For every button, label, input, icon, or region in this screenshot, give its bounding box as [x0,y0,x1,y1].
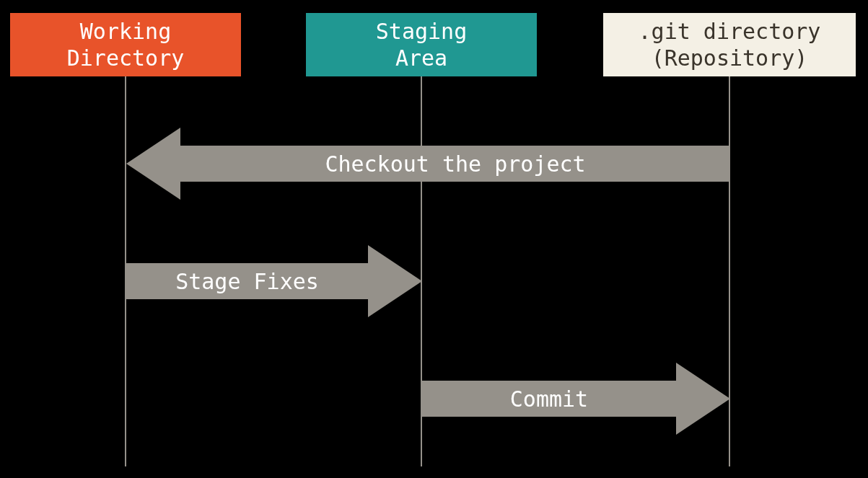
participant-label: Working Directory [67,18,185,72]
arrow-right-icon [676,363,730,435]
participant-label: .git directory (Repository) [639,18,821,72]
participant-label: Staging Area [376,18,467,72]
arrow-checkout: Checkout the project [180,146,730,182]
arrow-stage: Stage Fixes [126,263,368,299]
participant-git-directory: .git directory (Repository) [603,13,856,76]
arrow-left-icon [126,128,180,200]
participant-working-directory: Working Directory [10,13,241,76]
arrow-right-icon [368,245,422,317]
arrow-label: Stage Fixes [175,269,319,294]
arrow-commit: Commit [422,381,676,417]
arrow-label: Commit [510,386,588,412]
participant-staging-area: Staging Area [306,13,537,76]
arrow-label: Checkout the project [325,151,585,177]
